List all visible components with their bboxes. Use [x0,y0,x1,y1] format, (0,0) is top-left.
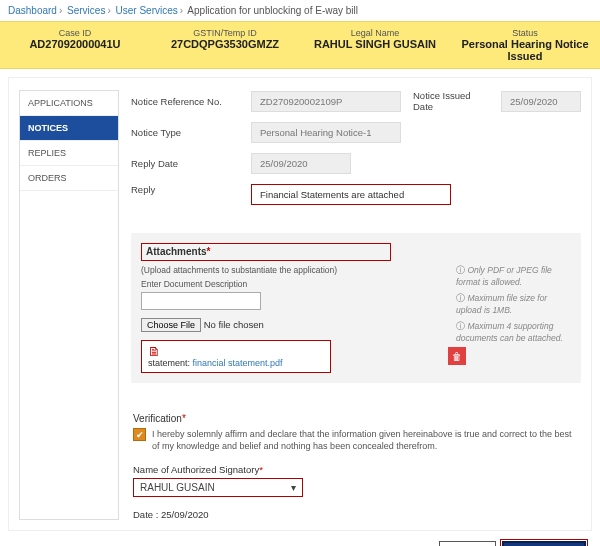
tab-replies[interactable]: REPLIES [20,141,118,166]
desc-input[interactable] [141,292,261,310]
case-header: Case ID AD27092000041U GSTIN/Temp ID 27C… [0,21,600,69]
choose-file-button[interactable]: Choose File [141,318,201,332]
reply-date-label: Reply Date [131,158,241,169]
notice-ref-label: Notice Reference No. [131,96,241,107]
trash-icon: 🗑 [452,351,462,362]
verification-date: Date : 25/09/2020 [133,509,579,520]
crumb-user-services[interactable]: User Services [116,5,178,16]
sidebar: APPLICATIONS NOTICES REPLIES ORDERS [19,90,119,520]
hdr-status-value: Personal Hearing Notice Issued [454,38,596,62]
reply-label: Reply [131,184,241,195]
notice-type-label: Notice Type [131,127,241,138]
proceed-button[interactable]: PROCEED [502,541,586,546]
pdf-icon: 🗎 [148,345,324,358]
reply-text[interactable]: Financial Statements are attached [251,184,451,205]
crumb-dashboard[interactable]: Dashboard [8,5,57,16]
attachments-section: Attachments* (Upload attachments to subs… [131,233,581,383]
chevron-down-icon: ▾ [291,482,296,493]
attached-file-item: 🗎 statement: financial statement.pdf [141,340,331,373]
verification-title: Verification* [133,413,579,424]
crumb-current: Application for unblocking of E-way bill [187,5,358,16]
issued-date-label: Notice Issued Date [413,90,493,112]
no-file-text: No file chosen [204,319,264,330]
signatory-select[interactable]: RAHUL GUSAIN ▾ [133,478,303,497]
back-button[interactable]: BACK [439,541,496,546]
breadcrumb: Dashboard› Services› User Services› Appl… [0,0,600,21]
hdr-caseid-value: AD27092000041U [4,38,146,50]
notice-ref-value: ZD270920002109P [251,91,401,112]
hdr-caseid-label: Case ID [4,28,146,38]
tab-notices[interactable]: NOTICES [20,116,118,141]
hdr-status-label: Status [454,28,596,38]
attached-file-link[interactable]: financial statement.pdf [193,358,283,368]
delete-attachment-button[interactable]: 🗑 [448,347,466,365]
attachment-hints: Only PDF or JPEG file format is allowed.… [456,265,571,349]
tab-orders[interactable]: ORDERS [20,166,118,191]
declaration-checkbox[interactable]: ✔ [133,428,146,441]
notice-type-value: Personal Hearing Notice-1 [251,122,401,143]
signatory-label: Name of Authorized Signatory* [133,464,579,475]
hdr-gstin-value: 27CDQPG3530GMZZ [154,38,296,50]
issued-date-value: 25/09/2020 [501,91,581,112]
hdr-legalname-value: RAHUL SINGH GUSAIN [304,38,446,50]
hdr-gstin-label: GSTIN/Temp ID [154,28,296,38]
reply-date-value: 25/09/2020 [251,153,351,174]
crumb-services[interactable]: Services [67,5,105,16]
declaration-text: I hereby solemnly affirm and declare tha… [152,428,579,452]
tab-applications[interactable]: APPLICATIONS [20,91,118,116]
hdr-legalname-label: Legal Name [304,28,446,38]
attachments-title: Attachments* [141,243,391,261]
